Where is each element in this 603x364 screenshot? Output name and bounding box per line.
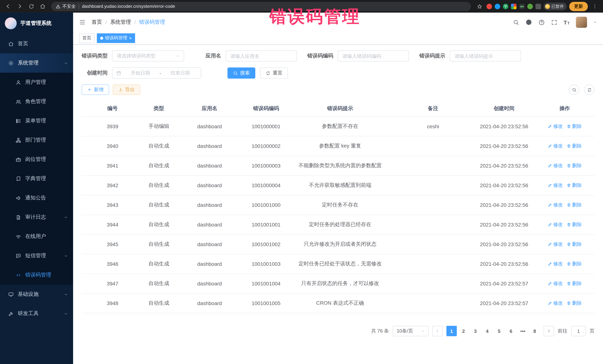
reset-button[interactable]: 重置: [260, 67, 288, 78]
page-button-8[interactable]: 8: [530, 326, 540, 336]
goto-page-input[interactable]: [571, 326, 586, 336]
edit-link[interactable]: 修改: [548, 162, 563, 169]
edit-icon: [548, 222, 552, 227]
edit-link[interactable]: 修改: [548, 280, 563, 287]
delete-link[interactable]: 删除: [567, 202, 582, 208]
add-button[interactable]: 新增: [82, 85, 109, 95]
browser-update-button[interactable]: 更新: [569, 2, 588, 11]
sidebar-item-user[interactable]: 用户管理: [0, 73, 73, 92]
tab-0[interactable]: 首页: [79, 33, 95, 43]
next-page-button[interactable]: [544, 326, 554, 336]
github-icon[interactable]: [525, 19, 532, 26]
browser-forward-icon[interactable]: [15, 2, 24, 11]
create-time-label: 创建时间: [82, 70, 108, 76]
delete-link[interactable]: 删除: [567, 182, 582, 189]
sidebar-item-tools[interactable]: 研发工具: [0, 304, 73, 323]
edit-link[interactable]: 修改: [548, 241, 563, 248]
page-button-3[interactable]: 3: [470, 326, 481, 336]
delete-link[interactable]: 删除: [567, 221, 582, 228]
edit-link[interactable]: 修改: [548, 143, 563, 149]
sidebar-item-infra[interactable]: 基础设施: [0, 285, 73, 304]
sidebar-item-book[interactable]: 字典管理: [0, 169, 73, 188]
browser-back-icon[interactable]: [4, 2, 13, 11]
delete-link[interactable]: 删除: [567, 123, 582, 130]
sidebar-item-users[interactable]: 角色管理: [0, 92, 73, 111]
date-range-picker[interactable]: 开始日期 - 结束日期: [112, 67, 201, 78]
extension-v-icon[interactable]: V: [503, 3, 508, 9]
user-avatar[interactable]: [576, 17, 587, 28]
sidebar-item-briefcase[interactable]: 岗位管理: [0, 150, 73, 169]
page-button-4[interactable]: 4: [482, 326, 492, 336]
page-button-6[interactable]: 6: [506, 326, 516, 336]
refresh-icon: [266, 71, 270, 76]
breadcrumb-item-1[interactable]: 系统管理: [110, 19, 131, 26]
sidebar-item-online[interactable]: 在线用户: [0, 227, 73, 246]
extension-grid-icon[interactable]: [511, 3, 517, 9]
help-icon[interactable]: [538, 19, 545, 25]
prev-page-button[interactable]: [432, 326, 443, 336]
edit-link[interactable]: 修改: [548, 182, 563, 189]
browser-reload-icon[interactable]: [27, 2, 36, 11]
address-bar[interactable]: 不安全 dashboard.yudao.iocoder.cn/system/er…: [51, 2, 471, 11]
hamburger-icon[interactable]: [79, 19, 86, 26]
page-button-1[interactable]: 1: [446, 326, 457, 336]
sidebar-item-org[interactable]: 部门管理: [0, 131, 73, 150]
avatar-caret-icon[interactable]: [593, 20, 597, 24]
error-type-select[interactable]: 请选择错误码类型: [112, 50, 184, 62]
bookmark-star-icon[interactable]: [475, 2, 484, 11]
font-size-icon[interactable]: [564, 19, 570, 25]
cell-app: dashboard: [174, 195, 245, 215]
sidebar-item-sms[interactable]: 短信管理: [0, 246, 73, 265]
error-code-input[interactable]: [338, 50, 409, 62]
edit-link[interactable]: 修改: [548, 261, 563, 267]
security-chip[interactable]: 不安全: [56, 3, 76, 10]
page-button-5[interactable]: 5: [494, 326, 504, 336]
edit-link[interactable]: 修改: [548, 202, 563, 208]
delete-link[interactable]: 删除: [567, 241, 582, 248]
sidebar-item-announcement[interactable]: 通知公告: [0, 188, 73, 208]
url-text: dashboard.yudao.iocoder.cn/system/error-…: [82, 4, 175, 9]
delete-link[interactable]: 删除: [567, 261, 582, 267]
toggle-search-button[interactable]: [569, 85, 579, 95]
fullscreen-icon[interactable]: [551, 19, 557, 25]
download-icon: [118, 88, 123, 92]
delete-link[interactable]: 删除: [567, 280, 582, 287]
extension-puzzle-icon[interactable]: [535, 3, 541, 9]
header-search-icon[interactable]: [513, 19, 519, 25]
delete-link[interactable]: 删除: [567, 143, 582, 149]
edit-link[interactable]: 修改: [548, 300, 563, 307]
tab-1[interactable]: 错误码管理×: [97, 33, 135, 43]
extension-red-icon[interactable]: [487, 3, 492, 9]
edit-link[interactable]: 修改: [548, 221, 563, 228]
profile-paused-badge[interactable]: 已暂停: [544, 2, 567, 10]
tab-close-icon[interactable]: ×: [129, 36, 132, 40]
refresh-table-button[interactable]: [584, 85, 594, 95]
delete-link[interactable]: 删除: [567, 300, 582, 307]
browser-menu-icon[interactable]: [590, 2, 599, 11]
sidebar-item-code[interactable]: 错误码管理: [0, 265, 73, 285]
delete-link[interactable]: 删除: [567, 162, 582, 169]
extension-blue-icon[interactable]: [495, 3, 500, 9]
sidebar-item-log[interactable]: 审计日志: [0, 208, 73, 227]
browser-home-icon[interactable]: [38, 2, 47, 11]
cell-actions: 修改删除: [535, 274, 594, 293]
table-row: 3942自动生成dashboard1001000004不允许获取敏感配置到前端2…: [82, 176, 594, 195]
app-name-input[interactable]: [226, 50, 297, 62]
sidebar-item-gear[interactable]: 系统管理: [0, 53, 73, 73]
sidebar-item-label: 系统管理: [18, 60, 39, 66]
pager-more[interactable]: •••: [518, 326, 528, 336]
breadcrumb-item-0[interactable]: 首页: [92, 19, 102, 26]
edit-link[interactable]: 修改: [548, 123, 563, 130]
search-button[interactable]: 搜索: [227, 67, 255, 78]
app-logo[interactable]: 芋道管理系统: [0, 13, 73, 34]
error-msg-input[interactable]: [450, 50, 521, 62]
export-button[interactable]: 导出: [113, 85, 140, 95]
extension-on-icon[interactable]: on: [519, 3, 525, 9]
cell-time: 2021-04-20 23:52:56: [473, 234, 535, 254]
sidebar-item-home[interactable]: 首页: [0, 34, 73, 53]
page-size-select[interactable]: 10条/页: [393, 326, 429, 336]
cell-actions: 修改删除: [535, 234, 594, 254]
sidebar-item-menu[interactable]: 菜单管理: [0, 111, 73, 131]
extension-leaf-icon[interactable]: [527, 3, 533, 9]
page-button-2[interactable]: 2: [458, 326, 469, 336]
